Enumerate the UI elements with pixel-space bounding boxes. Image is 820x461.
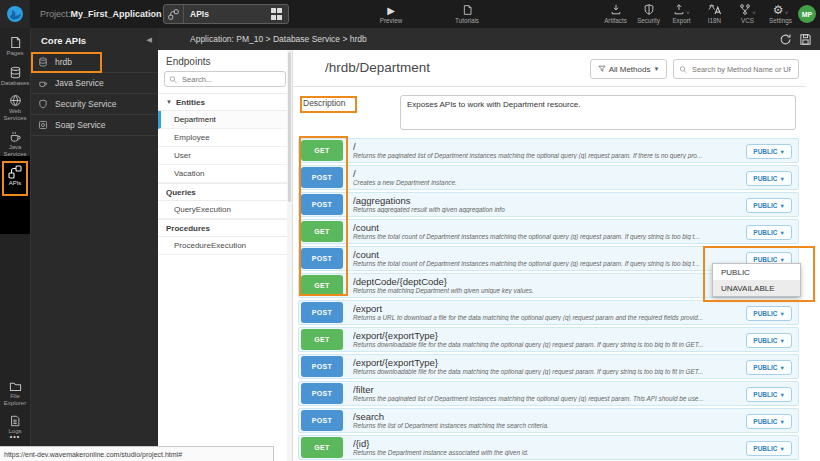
access-dropdown-button[interactable]: PUBLIC▼ — [746, 198, 792, 213]
description-textarea[interactable]: Exposes APIs to work with Department res… — [400, 95, 796, 130]
sidebar-item-file-explorer[interactable]: File Explorer — [0, 380, 30, 407]
access-dropdown-button[interactable]: PUBLIC▼ — [746, 144, 792, 159]
method-badge: POST — [301, 356, 343, 377]
wavemaker-studio-window: Project:My_First_Application > APIs ▶ Pr… — [0, 0, 820, 461]
divider — [293, 86, 806, 87]
method-search-box[interactable] — [673, 59, 799, 79]
core-apis-panel: Core APIs ◀ hrdb Java Service — [30, 28, 158, 461]
sidebar-item-logs[interactable]: Logs — [0, 415, 30, 435]
search-icon — [679, 65, 687, 74]
topbar-right-tools: Artifacts Security ˅ Export — [602, 3, 794, 24]
access-dropdown-button[interactable]: PUBLIC▼ — [746, 171, 792, 186]
access-dropdown-button[interactable]: PUBLIC▼ — [746, 225, 792, 240]
endpoint-item-procedureexecution[interactable]: ProcedureExecution — [158, 237, 292, 255]
api-row[interactable]: GET /countReturns the total count of Dep… — [298, 219, 799, 244]
api-row[interactable]: POST /Creates a new Department instance.… — [298, 165, 799, 190]
access-option-public[interactable]: PUBLIC — [713, 264, 800, 280]
endpoints-title: Endpoints — [158, 50, 292, 71]
api-detail-pane: /hrdb/Department All Methods ▼ Descripti… — [293, 50, 820, 461]
api-row[interactable]: GET /{id}Returns the Department instance… — [298, 435, 799, 460]
project-label: Project: — [40, 9, 71, 19]
access-dropdown-button[interactable]: PUBLIC▼ — [746, 414, 792, 429]
core-apis-item-label: Security Service — [55, 99, 116, 109]
sidebar-item-apis[interactable]: APIs — [0, 165, 30, 187]
filter-icon — [598, 65, 606, 73]
method-badge: GET — [301, 329, 343, 350]
core-apis-header: Core APIs ◀ — [31, 28, 158, 52]
section-procedures[interactable]: Procedures — [158, 219, 292, 237]
api-row[interactable]: POST /exportReturns a URL to download a … — [298, 300, 799, 325]
tutorials-button[interactable]: Tutorials — [446, 3, 488, 24]
tab-apis[interactable]: APIs — [163, 4, 289, 24]
endpoint-description: Returns downloadable file for the data m… — [353, 341, 798, 348]
branch-icon — [739, 3, 751, 16]
sidebar-item-pages[interactable]: Pages — [0, 36, 30, 57]
api-row[interactable]: POST /searchReturns the list of Departme… — [298, 408, 799, 433]
vcs-button[interactable]: ˅ VCS — [734, 3, 761, 24]
breadcrumb: Application: PM_10 > Database Service > … — [190, 34, 367, 44]
log-file-icon — [9, 415, 21, 427]
caret-down-icon: ▼ — [780, 176, 785, 182]
sidebar-item-web-services[interactable]: Web Services — [0, 94, 30, 122]
method-filter-dropdown[interactable]: All Methods ▼ — [590, 59, 667, 79]
collapse-panel-icon[interactable]: ◀ — [147, 36, 152, 44]
core-apis-item-hrdb[interactable]: hrdb — [31, 52, 158, 73]
export-button[interactable]: ˅ Export — [668, 3, 695, 24]
endpoints-panel: Endpoints ▼ Entities Department Employee… — [158, 50, 293, 461]
endpoint-item-employee[interactable]: Employee — [158, 129, 292, 147]
access-dropdown-button[interactable]: PUBLIC▼ — [746, 333, 792, 348]
upload-icon — [673, 3, 685, 16]
caret-down-icon: ▼ — [780, 365, 785, 371]
preview-button[interactable]: ▶ Preview — [372, 3, 410, 24]
artifacts-button[interactable]: Artifacts — [602, 3, 629, 24]
section-entities[interactable]: ▼ Entities — [158, 93, 292, 111]
globe-icon — [9, 94, 22, 107]
method-badge: GET — [301, 437, 343, 458]
core-apis-item-label: hrdb — [55, 57, 72, 67]
api-row[interactable]: POST /export/{exportType}Returns downloa… — [298, 354, 799, 379]
i18n-button[interactable]: I18N — [701, 3, 728, 24]
api-row[interactable]: POST /aggregationsReturns aggregated res… — [298, 192, 799, 217]
core-apis-item-security-service[interactable]: Security Service — [31, 94, 158, 115]
rail-overflow-dots[interactable]: ••• — [0, 433, 30, 440]
endpoints-search-box[interactable] — [164, 71, 286, 87]
sidebar-item-databases[interactable]: Databases — [0, 66, 30, 87]
endpoint-item-department[interactable]: Department — [158, 111, 292, 129]
endpoint-path: /count — [353, 223, 798, 233]
section-queries[interactable]: Queries — [158, 183, 292, 201]
save-icon[interactable] — [799, 33, 812, 46]
method-search-input[interactable] — [690, 64, 793, 75]
breadcrumb-bar: Application: PM_10 > Database Service > … — [158, 28, 820, 50]
refresh-icon[interactable] — [779, 33, 792, 46]
endpoints-search-input[interactable] — [180, 74, 281, 85]
api-row[interactable]: GET /Returns the paginated list of Depar… — [298, 138, 799, 163]
status-url: https://ent-dev.wavemakeronline.com/stud… — [4, 451, 182, 458]
endpoint-item-queryexecution[interactable]: QueryExecution — [158, 201, 292, 219]
grid-icon[interactable] — [271, 8, 283, 20]
core-apis-item-soap-service[interactable]: Soap Service — [31, 115, 158, 136]
endpoint-item-user[interactable]: User — [158, 147, 292, 165]
description-label: Description — [303, 98, 346, 108]
settings-button[interactable]: ⚙ ˅ Settings — [767, 3, 794, 24]
endpoint-description: Returns a URL to download a file for the… — [353, 314, 798, 321]
endpoints-scrollbar[interactable] — [287, 50, 292, 461]
core-apis-item-java-service[interactable]: Java Service — [31, 73, 158, 94]
page-icon — [9, 36, 22, 49]
user-avatar[interactable]: MP — [798, 5, 816, 23]
wavemaker-logo[interactable] — [0, 0, 30, 28]
shield-icon — [643, 3, 655, 16]
caret-down-icon: ▼ — [780, 311, 785, 317]
api-row[interactable]: GET /export/{exportType}Returns download… — [298, 327, 799, 352]
api-row[interactable]: POST /filterReturns the paginated list o… — [298, 381, 799, 406]
sidebar-item-java-services[interactable]: Java Services — [0, 130, 30, 158]
caret-down-icon: ▼ — [653, 66, 659, 72]
access-dropdown-button[interactable]: PUBLIC▼ — [746, 306, 792, 321]
endpoint-description: Returns aggregated result with given agg… — [353, 206, 798, 213]
security-button[interactable]: Security — [635, 3, 662, 24]
access-dropdown-button[interactable]: PUBLIC▼ — [746, 441, 792, 456]
access-option-unavailable[interactable]: UNAVAILABLE — [713, 280, 800, 296]
caret-down-icon: ▼ — [780, 257, 785, 263]
endpoint-item-vacation[interactable]: Vacation — [158, 165, 292, 183]
access-dropdown-button[interactable]: PUBLIC▼ — [746, 387, 792, 402]
access-dropdown-button[interactable]: PUBLIC▼ — [746, 360, 792, 375]
